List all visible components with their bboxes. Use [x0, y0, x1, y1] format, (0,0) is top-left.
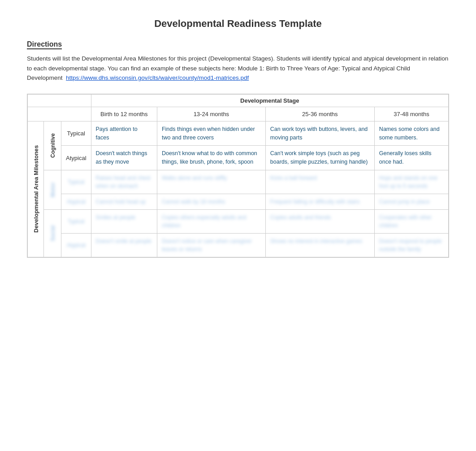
group3-typical-cell-1: Smiles at people — [91, 209, 157, 233]
directions-link[interactable]: https://www.dhs.wisconsin.gov/clts/waive… — [66, 74, 249, 81]
cognitive-atypical-cell-2: Doesn't know what to do with common thin… — [157, 146, 265, 170]
group3-typical-cell-3: Copies adults and friends — [265, 209, 374, 233]
typical-label-1: Typical — [61, 121, 91, 146]
col-header-3: 25-36 months — [265, 107, 374, 121]
cognitive-atypical-cell-4: Generally loses skills once had. — [374, 146, 448, 170]
page-title: Developmental Readiness Template — [27, 18, 449, 30]
cognitive-typical-cell-3: Can work toys with buttons, levers, and … — [265, 121, 374, 146]
group3-atypical-row: Atypical Doesn't smile at people Doesn't… — [28, 233, 449, 257]
group2-atypical-cell-3: Frequent falling or difficulty with stai… — [265, 194, 374, 209]
group3-atypical-cell-4: Doesn't respond to people outside the fa… — [374, 233, 448, 257]
group3-typical-cell-2: Copies others especially adults and chil… — [157, 209, 265, 233]
cognitive-typical-row: Developmental Area Milestones Cognitive … — [28, 121, 449, 146]
group3-atypical-cell-3: Shows no interest in interactive games — [265, 233, 374, 257]
col-corner — [28, 107, 91, 121]
cognitive-atypical-cell-1: Doesn't watch things as they move — [91, 146, 157, 170]
table-wrapper: Developmental Stage Birth to 12 months 1… — [27, 94, 449, 258]
header-row-top: Developmental Stage — [28, 94, 449, 107]
dev-area-label: Developmental Area Milestones — [28, 121, 44, 257]
group2-atypical-row: Atypical Cannot hold head up Cannot walk… — [28, 194, 449, 209]
cognitive-atypical-cell-3: Can't work simple toys (such as peg boar… — [265, 146, 374, 170]
cognitive-atypical-row: Atypical Doesn't watch things as they mo… — [28, 146, 449, 170]
cognitive-typical-cell-2: Finds things even when hidden under two … — [157, 121, 265, 146]
directions-label: Directions — [27, 40, 62, 49]
cognitive-label: Cognitive — [44, 121, 61, 170]
typical-label-3: Typical — [61, 209, 91, 233]
group2-typical-cell-3: Kicks a ball forward — [265, 170, 374, 194]
col-header-1: Birth to 12 months — [91, 107, 157, 121]
group3-typical-row: Social Typical Smiles at people Copies o… — [28, 209, 449, 233]
cognitive-typical-cell-1: Pays attention to faces — [91, 121, 157, 146]
atypical-label-2: Atypical — [61, 194, 91, 209]
col-header-4: 37-48 months — [374, 107, 448, 121]
col-header-row: Birth to 12 months 13-24 months 25-36 mo… — [28, 107, 449, 121]
typical-label-2: Typical — [61, 170, 91, 194]
group3-typical-cell-4: Cooperates with other children — [374, 209, 448, 233]
group2-atypical-cell-4: Cannot jump in place — [374, 194, 448, 209]
group2-typical-cell-2: Walks alone and runs stiffly — [157, 170, 265, 194]
directions-text: Students will list the Developmental Are… — [27, 54, 449, 83]
group2-typical-cell-4: Hops and stands on one foot up to 5 seco… — [374, 170, 448, 194]
group2-typical-cell-1: Raises head and chest when on stomach — [91, 170, 157, 194]
group3-atypical-cell-1: Doesn't smile at people — [91, 233, 157, 257]
main-table: Developmental Stage Birth to 12 months 1… — [27, 94, 449, 257]
col-header-2: 13-24 months — [157, 107, 265, 121]
group2-typical-row: Motor Typical Raises head and chest when… — [28, 170, 449, 194]
group3-atypical-cell-2: Doesn't notice or care when caregiver le… — [157, 233, 265, 257]
dev-stage-header: Developmental Stage — [91, 94, 448, 107]
atypical-label-1: Atypical — [61, 146, 91, 170]
atypical-label-3: Atypical — [61, 233, 91, 257]
group3-label: Social — [44, 209, 61, 257]
directions-section: Directions Students will list the Develo… — [27, 40, 449, 83]
group2-label: Motor — [44, 170, 61, 209]
corner-cell — [28, 94, 91, 107]
group2-atypical-cell-1: Cannot hold head up — [91, 194, 157, 209]
group2-atypical-cell-2: Cannot walk by 18 months — [157, 194, 265, 209]
cognitive-typical-cell-4: Names some colors and some numbers. — [374, 121, 448, 146]
